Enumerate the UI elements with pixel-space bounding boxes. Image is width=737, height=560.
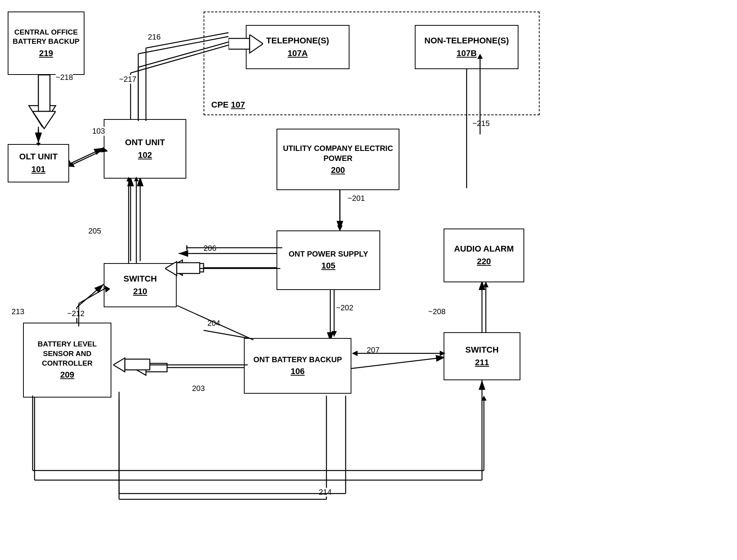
cobb-box: CENTRAL OFFICE BATTERY BACKUP 219 — [8, 12, 84, 75]
svg-marker-52 — [165, 262, 177, 275]
svg-line-65 — [79, 288, 106, 303]
switch211-box: SWITCH 211 — [444, 332, 520, 380]
blsc-ref: 209 — [60, 369, 75, 381]
ont-label: ONT UNIT — [125, 137, 165, 148]
olt-ref: 101 — [31, 164, 46, 175]
label-208: ~208 — [428, 307, 446, 316]
switch210-label: SWITCH — [124, 273, 157, 285]
svg-line-86 — [177, 305, 253, 340]
svg-rect-40 — [229, 38, 250, 49]
olt-box: OLT UNIT 101 — [8, 144, 69, 182]
utility-label: UTILITY COMPANY ELECTRIC POWER — [280, 143, 396, 163]
svg-marker-54 — [126, 177, 131, 181]
svg-marker-85 — [101, 147, 108, 152]
svg-marker-73 — [477, 54, 483, 59]
switch211-to-audioalarm-arrow — [476, 280, 495, 336]
line-214 — [109, 392, 355, 507]
svg-marker-56 — [134, 177, 139, 181]
ont-box: ONT UNIT 102 — [104, 119, 186, 179]
switch211-label: SWITCH — [465, 345, 499, 356]
label-205: 205 — [88, 227, 101, 235]
svg-marker-77 — [481, 396, 487, 401]
telephone-label: TELEPHONE(S) — [266, 35, 329, 46]
ont-ref: 102 — [138, 150, 152, 161]
utility-box: UTILITY COMPANY ELECTRIC POWER 200 — [277, 129, 399, 190]
svg-marker-82 — [186, 245, 187, 250]
blsc-label: BATTERY LEVEL SENSOR AND CONTROLLER — [27, 340, 108, 368]
arrow-to-olt — [35, 129, 42, 147]
ontbb-label: ONT BATTERY BACKUP — [253, 355, 342, 364]
switch210-ref: 210 — [133, 286, 147, 297]
svg-marker-71 — [483, 282, 489, 287]
hollow-arrow-218 — [33, 75, 56, 131]
svg-marker-39 — [33, 111, 56, 129]
diagram: CENTRAL OFFICE BATTERY BACKUP 219 OLT UN… — [0, 0, 737, 560]
audioalarm-ref: 220 — [477, 256, 491, 267]
svg-line-83 — [71, 150, 104, 165]
blsc-box: BATTERY LEVEL SENSOR AND CONTROLLER 209 — [23, 323, 111, 398]
svg-marker-41 — [250, 35, 263, 53]
line-206 — [186, 238, 282, 257]
nontelephone-label: NON-TELEPHONE(S) — [424, 35, 509, 46]
label-213: 213 — [12, 307, 24, 316]
svg-rect-38 — [38, 75, 50, 111]
cobb-ref: 219 — [39, 48, 53, 59]
svg-marker-68 — [352, 351, 358, 356]
audioalarm-box: AUDIO ALARM 220 — [444, 229, 524, 282]
label-218: ~218 — [56, 73, 73, 82]
svg-line-45 — [146, 33, 229, 48]
ontbb-switch211-double-arrow — [351, 344, 447, 363]
svg-marker-60 — [331, 331, 337, 337]
hollow-arrow-217 — [229, 35, 263, 54]
ontbb-ref: 106 — [291, 366, 305, 377]
svg-line-43 — [138, 36, 229, 54]
line-204 — [177, 305, 253, 342]
ontps-to-ontbb-arrow — [325, 290, 344, 342]
olt-ont-double-arrow — [69, 146, 108, 177]
ontbb-to-blsc-arrow — [113, 355, 248, 374]
audioalarm-label: AUDIO ALARM — [454, 244, 514, 255]
cobb-label: CENTRAL OFFICE BATTERY BACKUP — [12, 28, 81, 46]
svg-marker-66 — [104, 285, 110, 293]
ontbb-box: ONT BATTERY BACKUP 106 — [244, 338, 351, 394]
svg-marker-63 — [113, 358, 125, 372]
svg-rect-62 — [125, 359, 150, 370]
utility-to-ontps-arrow — [330, 190, 349, 234]
olt-label: OLT UNIT — [19, 151, 58, 162]
label-103: 103 — [92, 127, 105, 136]
switch-to-ont-arrows — [121, 177, 144, 265]
svg-marker-49 — [36, 143, 41, 146]
utility-ref: 200 — [331, 165, 345, 176]
hollow-arrow-ontps-switch — [165, 259, 280, 278]
blsc-to-switch210-arrow — [67, 284, 111, 328]
svg-marker-69 — [440, 351, 446, 356]
ontps-ref: 105 — [321, 260, 336, 272]
ontps-label: ONT POWER SUPPLY — [288, 249, 368, 259]
svg-rect-51 — [177, 263, 200, 273]
utility-to-nontelephone-arrow — [461, 54, 499, 134]
svg-marker-84 — [69, 162, 75, 167]
switch211-ref: 211 — [475, 357, 489, 368]
telephone-ref: 107A — [288, 48, 308, 59]
ontps-box: ONT POWER SUPPLY 105 — [277, 230, 380, 290]
label-201: ~201 — [348, 194, 365, 203]
ont-to-telephone-lines — [127, 31, 230, 121]
svg-marker-58 — [337, 225, 343, 231]
